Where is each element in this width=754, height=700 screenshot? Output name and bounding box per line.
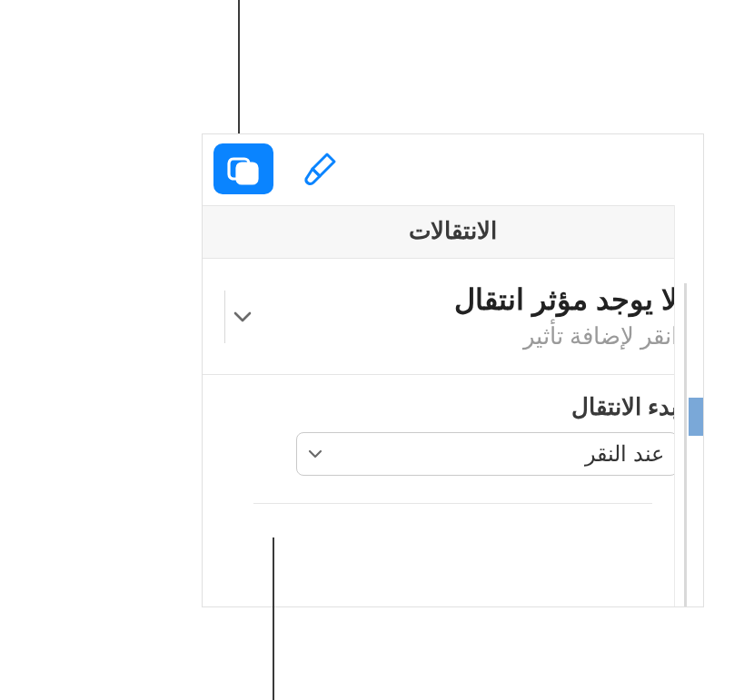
transition-effect-disclosure[interactable] (224, 291, 252, 343)
transition-effect-text: لا يوجد مؤثر انتقال انقر لإضافة تأثير (454, 282, 678, 350)
transition-effect-row[interactable]: لا يوجد مؤثر انتقال انقر لإضافة تأثير (203, 259, 703, 375)
section-title: الانتقالات (409, 217, 497, 244)
start-transition-section: بدء الانتقال عند النقر (203, 375, 703, 515)
format-tab[interactable] (290, 143, 350, 194)
chevron-down-icon (233, 311, 252, 323)
callout-line-top (238, 0, 240, 134)
sliver-thumbnail-fragment (689, 398, 703, 436)
section-divider (253, 503, 652, 504)
inspector-tabs (203, 134, 703, 205)
transition-effect-subtitle: انقر لإضافة تأثير (454, 322, 678, 350)
start-transition-label: بدء الانتقال (228, 393, 678, 421)
callout-line-bottom (273, 537, 274, 700)
start-transition-select[interactable]: عند النقر (296, 432, 678, 476)
chevron-down-icon (303, 441, 328, 467)
start-transition-value: عند النقر (585, 441, 664, 467)
adjacent-panel-sliver (674, 205, 703, 607)
sliver-stripe (684, 283, 687, 607)
format-brush-icon (300, 149, 340, 189)
inspector-panel: الانتقالات لا يوجد مؤثر انتقال انقر لإضا… (202, 133, 704, 607)
svg-rect-1 (237, 163, 257, 183)
transition-effect-title: لا يوجد مؤثر انتقال (454, 282, 678, 317)
animate-tab[interactable] (213, 143, 273, 194)
animate-icon (224, 151, 263, 187)
section-header-transitions: الانتقالات (203, 205, 703, 259)
